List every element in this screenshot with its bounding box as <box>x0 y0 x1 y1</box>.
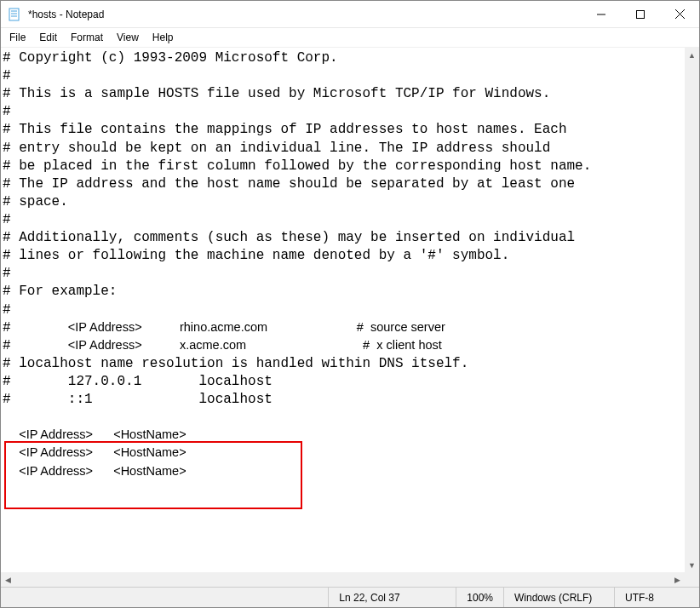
text-area[interactable]: # Copyright (c) 1993-2009 Microsoft Corp… <box>1 48 685 572</box>
status-spacer <box>1 588 328 607</box>
vertical-scrollbar[interactable]: ▲ ▼ <box>685 48 699 572</box>
scroll-down-button[interactable]: ▼ <box>685 558 699 572</box>
menu-edit[interactable]: Edit <box>32 30 64 45</box>
horizontal-scrollbar[interactable]: ◀ ▶ <box>1 572 685 587</box>
svg-rect-0 <box>9 9 19 20</box>
scroll-right-button[interactable]: ▶ <box>670 572 685 587</box>
editor: # Copyright (c) 1993-2009 Microsoft Corp… <box>1 47 699 587</box>
window-title: *hosts - Notepad <box>26 9 582 20</box>
maximize-button[interactable] <box>621 1 660 28</box>
menu-file[interactable]: File <box>3 30 32 45</box>
document-content: # Copyright (c) 1993-2009 Microsoft Corp… <box>3 49 683 481</box>
status-zoom: 100% <box>456 588 503 607</box>
notepad-icon <box>8 8 21 21</box>
svg-rect-5 <box>637 10 645 18</box>
window-controls <box>582 1 699 28</box>
menu-view[interactable]: View <box>110 30 146 45</box>
horizontal-scroll-track[interactable] <box>15 572 670 587</box>
host-entry-row: <IP Address> <HostName> <box>19 445 186 459</box>
menu-help[interactable]: Help <box>146 30 181 45</box>
scroll-corner <box>685 572 699 587</box>
status-encoding: UTF-8 <box>614 588 699 607</box>
vertical-scroll-track[interactable] <box>685 62 699 558</box>
status-bar: Ln 22, Col 37 100% Windows (CRLF) UTF-8 <box>1 587 699 607</box>
host-entry-row: <IP Address> <HostName> <box>19 464 186 478</box>
menu-bar: File Edit Format View Help <box>1 28 699 47</box>
status-line-ending: Windows (CRLF) <box>503 588 614 607</box>
host-entry-row: <IP Address> <HostName> <box>19 427 186 441</box>
scroll-up-button[interactable]: ▲ <box>685 48 699 62</box>
close-button[interactable] <box>660 1 699 28</box>
title-bar: *hosts - Notepad <box>1 1 699 28</box>
status-position: Ln 22, Col 37 <box>328 588 456 607</box>
minimize-button[interactable] <box>582 1 621 28</box>
menu-format[interactable]: Format <box>64 30 110 45</box>
scroll-left-button[interactable]: ◀ <box>1 572 15 587</box>
